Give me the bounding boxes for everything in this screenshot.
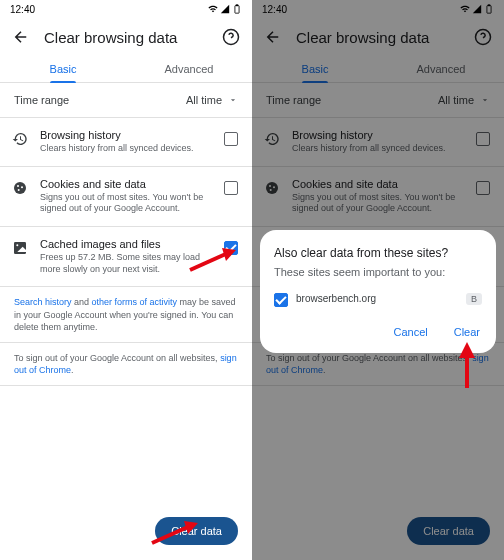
time-range-label: Time range (14, 94, 186, 106)
confirm-dialog: Also clear data from these sites? These … (260, 230, 496, 353)
help-icon[interactable] (222, 28, 240, 46)
status-bar: 12:40 (252, 0, 504, 18)
clear-button[interactable]: Clear (452, 321, 482, 343)
chevron-down-icon (228, 95, 238, 105)
site-badge: B (466, 293, 482, 305)
cookies-checkbox[interactable] (476, 181, 490, 195)
cookies-checkbox[interactable] (224, 181, 238, 195)
clear-data-button[interactable]: Clear data (407, 517, 490, 545)
screen-left: 12:40 Clear browsing data Basic Advanced… (0, 0, 252, 560)
svg-rect-0 (235, 6, 239, 14)
time-range-label: Time range (266, 94, 438, 106)
time-range-row[interactable]: Time range All time (0, 83, 252, 118)
time-range-value: All time (438, 94, 474, 106)
help-icon[interactable] (474, 28, 492, 46)
battery-icon (232, 4, 242, 14)
svg-point-3 (14, 182, 26, 194)
svg-point-11 (476, 30, 491, 45)
svg-point-12 (266, 182, 278, 194)
app-header: Clear browsing data (252, 18, 504, 54)
option-cookies-desc: Signs you out of most sites. You won't b… (40, 192, 212, 215)
tab-basic[interactable]: Basic (0, 54, 126, 82)
option-cookies-title: Cookies and site data (40, 178, 212, 190)
cookie-icon (12, 180, 28, 196)
option-cache-desc: Frees up 57.2 MB. Some sites may load mo… (40, 252, 212, 275)
status-bar: 12:40 (0, 0, 252, 18)
page-title: Clear browsing data (296, 29, 460, 46)
clear-data-button[interactable]: Clear data (155, 517, 238, 545)
dialog-title: Also clear data from these sites? (274, 246, 482, 260)
image-icon (12, 240, 28, 256)
wifi-icon (460, 4, 470, 14)
wifi-icon (208, 4, 218, 14)
cookie-icon (264, 180, 280, 196)
svg-point-5 (21, 186, 23, 188)
tab-advanced[interactable]: Advanced (378, 54, 504, 82)
option-cookies[interactable]: Cookies and site data Signs you out of m… (0, 167, 252, 227)
option-cookies[interactable]: Cookies and site data Signs you out of m… (252, 167, 504, 227)
history-icon (12, 131, 28, 147)
svg-rect-10 (488, 5, 490, 6)
clock: 12:40 (262, 4, 287, 15)
app-header: Clear browsing data (0, 18, 252, 54)
svg-rect-9 (487, 6, 491, 14)
history-icon (264, 131, 280, 147)
svg-rect-1 (236, 5, 238, 6)
cell-icon (220, 4, 230, 14)
battery-icon (484, 4, 494, 14)
status-icons (208, 4, 242, 14)
back-icon[interactable] (264, 28, 282, 46)
other-activity-link[interactable]: other forms of activity (92, 297, 178, 307)
screen-right: 12:40 Clear browsing data Basic Advanced… (252, 0, 504, 560)
svg-point-15 (270, 189, 272, 191)
site-name: browserbench.org (296, 293, 458, 304)
time-range-row[interactable]: Time range All time (252, 83, 504, 118)
dialog-site-item[interactable]: browserbench.org B (274, 290, 482, 307)
tab-advanced[interactable]: Advanced (126, 54, 252, 82)
chevron-down-icon (480, 95, 490, 105)
svg-point-6 (18, 189, 20, 191)
site-checkbox[interactable] (274, 293, 288, 307)
dialog-subtitle: These sites seem important to you: (274, 266, 482, 278)
option-cache-title: Cached images and files (40, 238, 212, 250)
history-checkbox[interactable] (476, 132, 490, 146)
svg-point-13 (269, 185, 271, 187)
search-history-link[interactable]: Search history (14, 297, 72, 307)
info-signout: To sign out of your Google Account on al… (0, 343, 252, 386)
cancel-button[interactable]: Cancel (391, 321, 429, 343)
back-icon[interactable] (12, 28, 30, 46)
option-history[interactable]: Browsing history Clears history from all… (0, 118, 252, 167)
history-checkbox[interactable] (224, 132, 238, 146)
option-history-desc: Clears history from all synced devices. (40, 143, 212, 155)
option-history-title: Browsing history (40, 129, 212, 141)
dialog-actions: Cancel Clear (274, 321, 482, 343)
time-range-value: All time (186, 94, 222, 106)
tabs: Basic Advanced (252, 54, 504, 83)
clock: 12:40 (10, 4, 35, 15)
cache-checkbox[interactable] (224, 241, 238, 255)
option-cache[interactable]: Cached images and files Frees up 57.2 MB… (0, 227, 252, 287)
status-icons (460, 4, 494, 14)
info-search-history: Search history and other forms of activi… (0, 287, 252, 342)
svg-rect-7 (14, 242, 26, 254)
page-title: Clear browsing data (44, 29, 208, 46)
option-history[interactable]: Browsing history Clears history from all… (252, 118, 504, 167)
cell-icon (472, 4, 482, 14)
svg-point-14 (273, 186, 275, 188)
svg-point-4 (17, 185, 19, 187)
tab-basic[interactable]: Basic (252, 54, 378, 82)
tabs: Basic Advanced (0, 54, 252, 83)
svg-point-8 (16, 244, 18, 246)
